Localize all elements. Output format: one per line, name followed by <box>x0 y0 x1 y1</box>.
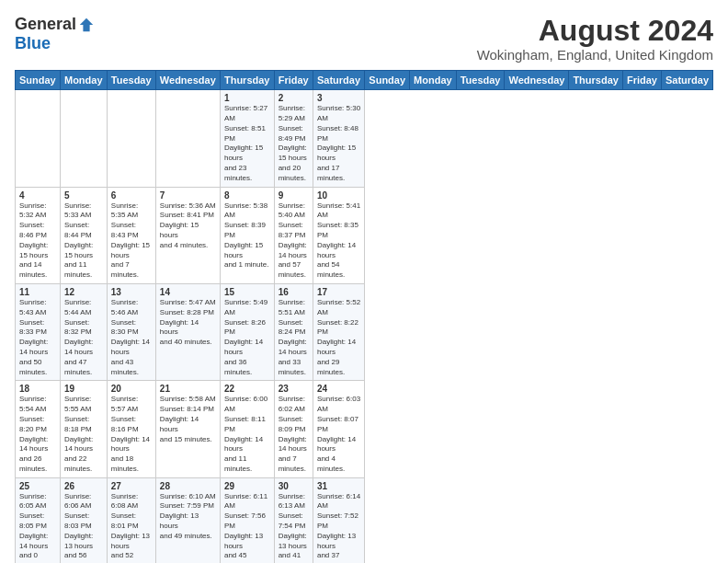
day-number: 16 <box>279 287 309 297</box>
logo-icon <box>78 17 95 33</box>
calendar-cell: 11Sunrise: 5:43 AM Sunset: 8:33 PM Dayli… <box>16 283 61 380</box>
day-info: Sunrise: 5:40 AM Sunset: 8:37 PM Dayligh… <box>279 201 309 281</box>
calendar-cell: 13Sunrise: 5:46 AM Sunset: 8:30 PM Dayli… <box>107 283 155 380</box>
calendar-cell: 27Sunrise: 6:08 AM Sunset: 8:01 PM Dayli… <box>107 477 155 563</box>
day-info: Sunrise: 6:00 AM Sunset: 8:11 PM Dayligh… <box>224 395 270 474</box>
day-number: 28 <box>160 481 216 491</box>
day-header-tuesday: Tuesday <box>456 71 505 90</box>
day-info: Sunrise: 5:33 AM Sunset: 8:44 PM Dayligh… <box>64 201 103 281</box>
day-header-sunday: Sunday <box>365 71 410 90</box>
day-number: 14 <box>160 287 216 297</box>
calendar-cell: 1Sunrise: 5:27 AM Sunset: 8:51 PM Daylig… <box>220 90 274 187</box>
day-header-monday: Monday <box>60 71 107 90</box>
day-number: 23 <box>279 384 309 394</box>
day-header-wednesday: Wednesday <box>505 71 569 90</box>
day-info: Sunrise: 6:13 AM Sunset: 7:54 PM Dayligh… <box>279 492 309 563</box>
calendar-cell: 23Sunrise: 6:02 AM Sunset: 8:09 PM Dayli… <box>274 381 313 477</box>
calendar-cell: 5Sunrise: 5:33 AM Sunset: 8:44 PM Daylig… <box>60 187 107 283</box>
day-number: 1 <box>224 93 270 103</box>
day-number: 9 <box>279 190 309 201</box>
calendar: SundayMondayTuesdayWednesdayThursdayFrid… <box>15 70 713 563</box>
logo: General Blue <box>15 15 95 53</box>
day-number: 4 <box>19 190 56 201</box>
day-info: Sunrise: 6:05 AM Sunset: 8:05 PM Dayligh… <box>19 492 56 563</box>
page: General Blue August 2024 Wokingham, Engl… <box>0 0 728 563</box>
day-number: 31 <box>317 481 360 491</box>
day-number: 19 <box>64 384 103 394</box>
location: Wokingham, England, United Kingdom <box>477 47 713 63</box>
day-header-wednesday: Wednesday <box>155 71 220 90</box>
day-info: Sunrise: 5:47 AM Sunset: 8:28 PM Dayligh… <box>160 298 216 348</box>
day-number: 10 <box>317 190 360 201</box>
day-number: 21 <box>160 384 216 394</box>
logo-general: General <box>15 15 76 34</box>
week-row-2: 4Sunrise: 5:32 AM Sunset: 8:46 PM Daylig… <box>16 187 713 283</box>
calendar-cell: 25Sunrise: 6:05 AM Sunset: 8:05 PM Dayli… <box>16 477 61 563</box>
calendar-cell: 29Sunrise: 6:11 AM Sunset: 7:56 PM Dayli… <box>220 477 274 563</box>
day-info: Sunrise: 5:44 AM Sunset: 8:32 PM Dayligh… <box>64 298 103 377</box>
day-info: Sunrise: 5:38 AM Sunset: 8:39 PM Dayligh… <box>224 201 270 271</box>
calendar-cell: 26Sunrise: 6:06 AM Sunset: 8:03 PM Dayli… <box>60 477 107 563</box>
day-info: Sunrise: 5:32 AM Sunset: 8:46 PM Dayligh… <box>19 201 56 281</box>
calendar-cell: 30Sunrise: 6:13 AM Sunset: 7:54 PM Dayli… <box>274 477 313 563</box>
calendar-cell: 3Sunrise: 5:30 AM Sunset: 8:48 PM Daylig… <box>313 90 364 187</box>
day-number: 5 <box>64 190 103 201</box>
calendar-cell <box>16 90 61 187</box>
day-number: 13 <box>111 287 152 297</box>
day-info: Sunrise: 6:08 AM Sunset: 8:01 PM Dayligh… <box>111 492 152 563</box>
day-number: 27 <box>111 481 152 491</box>
day-number: 8 <box>224 190 270 201</box>
day-number: 24 <box>317 384 360 394</box>
calendar-cell: 31Sunrise: 6:14 AM Sunset: 7:52 PM Dayli… <box>313 477 364 563</box>
day-header-thursday: Thursday <box>569 71 623 90</box>
calendar-cell: 7Sunrise: 5:36 AM Sunset: 8:41 PM Daylig… <box>155 187 220 283</box>
calendar-table: SundayMondayTuesdayWednesdayThursdayFrid… <box>15 70 713 563</box>
day-info: Sunrise: 6:03 AM Sunset: 8:07 PM Dayligh… <box>317 395 360 474</box>
day-info: Sunrise: 5:41 AM Sunset: 8:35 PM Dayligh… <box>317 201 360 281</box>
day-info: Sunrise: 5:46 AM Sunset: 8:30 PM Dayligh… <box>111 298 152 377</box>
calendar-cell: 14Sunrise: 5:47 AM Sunset: 8:28 PM Dayli… <box>155 283 220 380</box>
day-number: 30 <box>279 481 309 491</box>
week-row-5: 25Sunrise: 6:05 AM Sunset: 8:05 PM Dayli… <box>16 477 713 563</box>
day-info: Sunrise: 5:35 AM Sunset: 8:43 PM Dayligh… <box>111 201 152 281</box>
day-info: Sunrise: 6:11 AM Sunset: 7:56 PM Dayligh… <box>224 492 270 563</box>
day-number: 17 <box>317 287 360 297</box>
calendar-cell: 4Sunrise: 5:32 AM Sunset: 8:46 PM Daylig… <box>16 187 61 283</box>
calendar-cell: 15Sunrise: 5:49 AM Sunset: 8:26 PM Dayli… <box>220 283 274 380</box>
day-header-saturday: Saturday <box>313 71 364 90</box>
day-info: Sunrise: 5:51 AM Sunset: 8:24 PM Dayligh… <box>279 298 309 377</box>
day-number: 15 <box>224 287 270 297</box>
day-header-monday: Monday <box>410 71 457 90</box>
calendar-cell: 18Sunrise: 5:54 AM Sunset: 8:20 PM Dayli… <box>16 381 61 477</box>
calendar-cell: 20Sunrise: 5:57 AM Sunset: 8:16 PM Dayli… <box>107 381 155 477</box>
day-number: 3 <box>317 93 360 103</box>
day-info: Sunrise: 5:29 AM Sunset: 8:49 PM Dayligh… <box>279 104 309 183</box>
calendar-cell: 19Sunrise: 5:55 AM Sunset: 8:18 PM Dayli… <box>60 381 107 477</box>
day-info: Sunrise: 5:36 AM Sunset: 8:41 PM Dayligh… <box>160 201 216 251</box>
day-info: Sunrise: 5:49 AM Sunset: 8:26 PM Dayligh… <box>224 298 270 377</box>
calendar-cell: 21Sunrise: 5:58 AM Sunset: 8:14 PM Dayli… <box>155 381 220 477</box>
calendar-cell: 12Sunrise: 5:44 AM Sunset: 8:32 PM Dayli… <box>60 283 107 380</box>
day-number: 2 <box>279 93 309 103</box>
day-number: 18 <box>19 384 56 394</box>
calendar-cell <box>107 90 155 187</box>
svg-marker-0 <box>80 17 93 30</box>
day-info: Sunrise: 6:10 AM Sunset: 7:59 PM Dayligh… <box>160 492 216 542</box>
day-info: Sunrise: 5:30 AM Sunset: 8:48 PM Dayligh… <box>317 104 360 183</box>
calendar-cell: 8Sunrise: 5:38 AM Sunset: 8:39 PM Daylig… <box>220 187 274 283</box>
day-header-friday: Friday <box>274 71 313 90</box>
day-info: Sunrise: 6:06 AM Sunset: 8:03 PM Dayligh… <box>64 492 103 563</box>
calendar-cell: 28Sunrise: 6:10 AM Sunset: 7:59 PM Dayli… <box>155 477 220 563</box>
day-header-saturday: Saturday <box>661 71 712 90</box>
calendar-cell <box>60 90 107 187</box>
calendar-cell: 6Sunrise: 5:35 AM Sunset: 8:43 PM Daylig… <box>107 187 155 283</box>
week-row-1: 1Sunrise: 5:27 AM Sunset: 8:51 PM Daylig… <box>16 90 713 187</box>
day-info: Sunrise: 5:57 AM Sunset: 8:16 PM Dayligh… <box>111 395 152 474</box>
calendar-cell: 24Sunrise: 6:03 AM Sunset: 8:07 PM Dayli… <box>313 381 364 477</box>
day-info: Sunrise: 5:58 AM Sunset: 8:14 PM Dayligh… <box>160 395 216 444</box>
day-header-friday: Friday <box>622 71 661 90</box>
day-info: Sunrise: 5:52 AM Sunset: 8:22 PM Dayligh… <box>317 298 360 377</box>
day-number: 20 <box>111 384 152 394</box>
day-number: 11 <box>19 287 56 297</box>
day-number: 26 <box>64 481 103 491</box>
